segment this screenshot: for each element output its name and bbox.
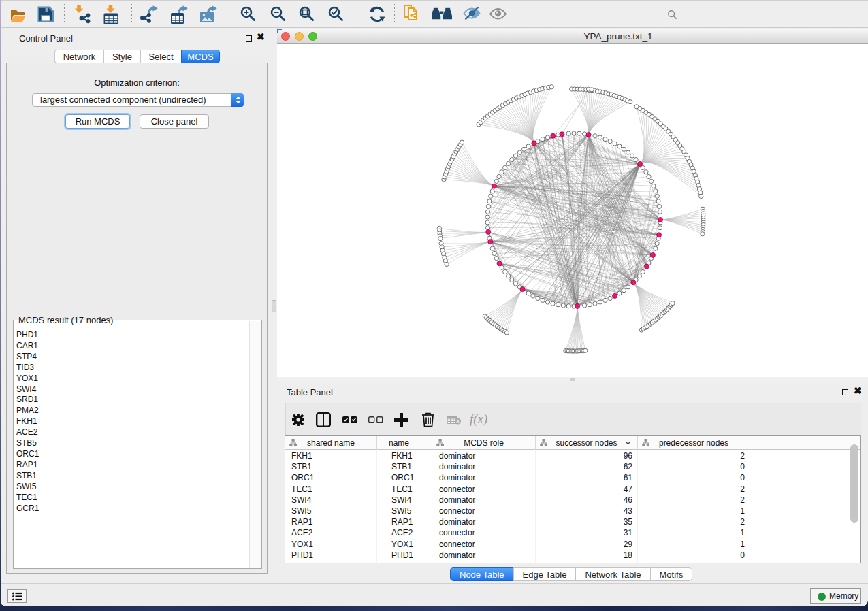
svg-text:f(x): f(x) bbox=[470, 412, 487, 427]
